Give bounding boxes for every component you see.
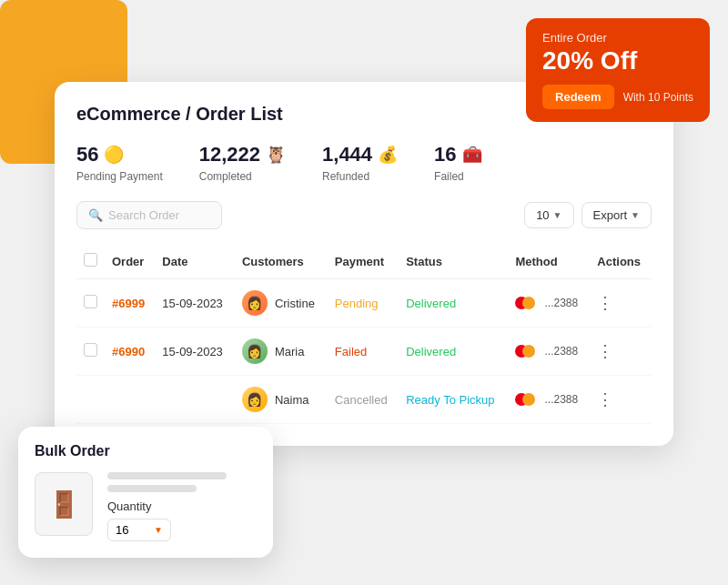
stat-refunded: 1,444 💰 Refunded	[322, 143, 398, 183]
col-method: Method	[508, 244, 590, 279]
stat-pending-icon: 🟡	[104, 145, 124, 165]
stat-completed-number: 12,222 🦉	[199, 143, 286, 166]
with-points-label: With 10 Points	[623, 91, 693, 104]
discount-amount: 20% Off	[542, 46, 693, 76]
row2-order: #6990	[112, 345, 145, 358]
bulk-order-card: Bulk Order 🚪 Quantity 16 ▼	[18, 427, 273, 558]
row2-delivery-status: Delivered	[406, 345, 456, 358]
col-date: Date	[155, 244, 235, 279]
per-page-arrow-icon: ▼	[553, 210, 562, 220]
row2-checkbox[interactable]	[84, 343, 97, 357]
row3-customer-cell: 👩 Naima	[242, 387, 320, 412]
stat-pending-number: 56 🟡	[76, 143, 163, 166]
row2-avatar: 👩	[242, 338, 268, 364]
toolbar: 🔍 Search Order 10 ▼ Export ▼	[76, 201, 652, 229]
quantity-value: 16	[116, 523, 128, 537]
table-header-row: Order Date Customers Payment Status Meth…	[76, 244, 652, 279]
row3-delivery-status: Ready To Pickup	[406, 393, 494, 407]
search-icon: 🔍	[88, 208, 103, 222]
row1-checkbox[interactable]	[84, 295, 97, 308]
table-row: 👩 Naima Cancelled Ready To Pickup ...238…	[76, 376, 652, 424]
col-customers: Customers	[235, 244, 328, 279]
bulk-order-content: 🚪 Quantity 16 ▼	[35, 472, 257, 541]
redeem-button[interactable]: Redeem	[542, 85, 614, 109]
col-payment: Payment	[328, 244, 399, 279]
toolbar-right: 10 ▼ Export ▼	[524, 202, 652, 228]
row1-customer-cell: 👩 Cristine	[242, 290, 320, 316]
row3-actions-menu[interactable]: ⋮	[597, 390, 614, 408]
stat-failed-number: 16 🧰	[434, 143, 481, 166]
bulk-detail-bar-2	[107, 485, 197, 492]
search-placeholder: Search Order	[108, 208, 179, 222]
row2-mastercard-icon	[515, 345, 535, 358]
col-order: Order	[105, 244, 155, 279]
row1-date: 15-09-2023	[155, 279, 235, 328]
export-arrow-icon: ▼	[631, 210, 640, 220]
row1-customer-name: Cristine	[275, 297, 315, 310]
quantity-arrow-icon: ▼	[154, 525, 163, 535]
search-box[interactable]: 🔍 Search Order	[76, 201, 222, 229]
col-checkbox	[76, 244, 105, 279]
row3-customer-name: Naima	[275, 393, 309, 407]
row1-avatar: 👩	[242, 290, 268, 316]
quantity-label: Quantity	[107, 499, 257, 513]
stat-refunded-icon: 💰	[378, 145, 398, 165]
row2-card-last4: ...2388	[544, 345, 578, 358]
row1-card-chip: ...2388	[515, 297, 582, 309]
stat-completed: 12,222 🦉 Completed	[199, 143, 286, 183]
row3-avatar: 👩	[242, 387, 268, 412]
row2-customer-name: Maria	[275, 345, 305, 358]
discount-card: Entire Order 20% Off Redeem With 10 Poin…	[526, 18, 710, 122]
bulk-detail-bar-1	[107, 472, 227, 479]
row1-payment-status: Pending	[335, 297, 379, 310]
col-status: Status	[399, 244, 508, 279]
select-all-checkbox[interactable]	[84, 253, 97, 267]
stats-row: 56 🟡 Pending Payment 12,222 🦉 Completed …	[76, 143, 652, 183]
quantity-dropdown[interactable]: 16 ▼	[107, 519, 171, 541]
bulk-product-image: 🚪	[35, 472, 93, 536]
order-table: Order Date Customers Payment Status Meth…	[76, 244, 652, 424]
bulk-order-title: Bulk Order	[35, 443, 257, 459]
row1-order: #6999	[112, 297, 145, 310]
row1-card-last4: ...2388	[544, 297, 578, 309]
per-page-dropdown[interactable]: 10 ▼	[524, 202, 573, 228]
discount-label: Entire Order	[542, 31, 693, 45]
row3-card-chip: ...2388	[515, 393, 582, 406]
stat-failed-label: Failed	[434, 170, 481, 183]
row1-mastercard-icon	[515, 297, 535, 309]
row2-card-chip: ...2388	[515, 345, 582, 358]
stat-refunded-label: Refunded	[322, 170, 398, 183]
row2-customer-cell: 👩 Maria	[242, 338, 320, 364]
row3-payment-status: Cancelled	[335, 393, 388, 407]
row1-delivery-status: Delivered	[406, 297, 456, 310]
stat-failed-icon: 🧰	[462, 145, 482, 165]
table-row: #6990 15-09-2023 👩 Maria Failed Delivere…	[76, 328, 652, 376]
row3-mastercard-icon	[515, 393, 535, 406]
stat-completed-label: Completed	[199, 170, 286, 183]
row2-actions-menu[interactable]: ⋮	[597, 342, 614, 360]
stat-completed-icon: 🦉	[266, 145, 286, 165]
col-actions: Actions	[590, 244, 652, 279]
row2-date: 15-09-2023	[155, 328, 235, 376]
bulk-product-details: Quantity 16 ▼	[107, 472, 257, 541]
stat-failed: 16 🧰 Failed	[434, 143, 481, 183]
row2-payment-status: Failed	[335, 345, 367, 358]
stat-pending-label: Pending Payment	[76, 170, 163, 183]
stat-refunded-number: 1,444 💰	[322, 143, 398, 166]
row3-card-last4: ...2388	[544, 393, 578, 406]
stat-pending-payment: 56 🟡 Pending Payment	[76, 143, 163, 183]
order-list-card: eCommerce / Order List 56 🟡 Pending Paym…	[55, 82, 673, 446]
table-row: #6999 15-09-2023 👩 Cristine Pending Deli…	[76, 279, 652, 328]
export-dropdown[interactable]: Export ▼	[581, 202, 652, 228]
row1-actions-menu[interactable]: ⋮	[597, 294, 614, 312]
